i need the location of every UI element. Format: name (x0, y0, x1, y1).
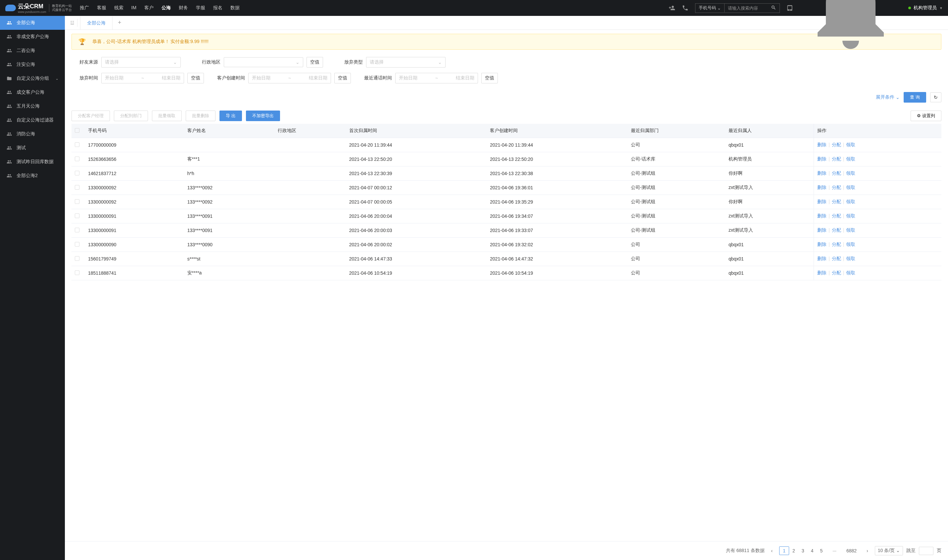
sidebar-item[interactable]: 成交客户公海 (0, 85, 65, 99)
assign-link[interactable]: 分配 (832, 256, 841, 261)
next-page-icon[interactable]: › (863, 547, 871, 555)
nav-item[interactable]: 客服 (97, 4, 106, 12)
assign-link[interactable]: 分配 (832, 228, 841, 233)
empty-value-button[interactable]: 空值 (306, 57, 323, 68)
claim-link[interactable]: 领取 (846, 213, 855, 218)
row-checkbox[interactable] (75, 185, 80, 190)
sidebar-item[interactable]: 全部公海 (0, 16, 65, 30)
row-checkbox[interactable] (75, 242, 80, 246)
assign-link[interactable]: 分配 (832, 242, 841, 247)
delete-link[interactable]: 删除 (817, 171, 826, 176)
search-input[interactable] (725, 4, 768, 12)
tabs-toggle-icon[interactable]: ☳ (68, 19, 77, 27)
assign-link[interactable]: 分配 (832, 156, 841, 162)
sidebar-item[interactable]: 测试 (0, 141, 65, 155)
delete-link[interactable]: 删除 (817, 199, 826, 204)
row-checkbox[interactable] (75, 271, 80, 275)
prev-page-icon[interactable]: ‹ (768, 547, 776, 555)
row-checkbox[interactable] (75, 142, 80, 147)
nav-item[interactable]: IM (131, 4, 137, 12)
sidebar-item[interactable]: 消防公海 (0, 127, 65, 141)
user-plus-icon[interactable] (669, 5, 675, 11)
assign-link[interactable]: 分配 (832, 213, 841, 218)
nav-item[interactable]: 数据 (230, 4, 240, 12)
page-number[interactable]: 4 (808, 547, 817, 555)
assign-link[interactable]: 分配 (832, 185, 841, 190)
sidebar-item[interactable]: 测试昨日回库数据 (0, 155, 65, 169)
sidebar-item[interactable]: 二咨公海 (0, 44, 65, 58)
user-menu[interactable]: 机构管理员 ▼ (908, 5, 943, 11)
row-checkbox[interactable] (75, 256, 80, 261)
export-plain-button[interactable]: 不加密导出 (246, 111, 280, 121)
last-page[interactable]: 6882 (843, 547, 860, 555)
export-button[interactable]: 导 出 (220, 111, 242, 121)
phone-icon[interactable] (682, 5, 688, 11)
assign-link[interactable]: 分配 (832, 270, 841, 275)
empty-value-button[interactable]: 空值 (481, 73, 498, 83)
claim-link[interactable]: 领取 (846, 256, 855, 261)
sidebar-item[interactable]: 五月天公海 (0, 99, 65, 113)
tab-add-icon[interactable]: + (112, 16, 127, 29)
delete-link[interactable]: 删除 (817, 228, 826, 233)
set-columns-button[interactable]: ⚙ 设置列 (911, 111, 941, 121)
notification-bell[interactable]: 99+ (801, 0, 900, 58)
page-number[interactable]: 5 (817, 547, 826, 555)
page-number[interactable]: 2 (789, 547, 799, 555)
row-checkbox[interactable] (75, 157, 80, 161)
nav-item[interactable]: 推广 (80, 4, 89, 12)
page-size-select[interactable]: 10 条/页 ⌄ (875, 546, 903, 555)
delete-link[interactable]: 删除 (817, 142, 826, 147)
row-checkbox[interactable] (75, 171, 80, 175)
empty-value-button[interactable]: 空值 (334, 73, 351, 83)
row-checkbox[interactable] (75, 228, 80, 232)
batch-claim-button[interactable]: 批量领取 (152, 111, 182, 121)
filter-select[interactable]: 请选择⌄ (101, 57, 181, 68)
search-type-select[interactable]: 手机号码 ⌄ (696, 4, 725, 12)
query-button[interactable]: 查 询 (903, 92, 926, 103)
tablet-icon[interactable] (786, 5, 793, 11)
nav-item[interactable]: 公海 (162, 4, 171, 12)
claim-link[interactable]: 领取 (846, 270, 855, 275)
page-ellipsis[interactable]: ··· (829, 547, 840, 555)
filter-select[interactable]: ⌄ (224, 57, 303, 67)
filter-daterange[interactable]: 开始日期~结束日期 (101, 73, 184, 83)
select-all-checkbox[interactable] (75, 128, 80, 133)
sidebar-item[interactable]: 注安公海 (0, 58, 65, 71)
sidebar-item[interactable]: 自定义公海过滤器 (0, 113, 65, 127)
claim-link[interactable]: 领取 (846, 185, 855, 190)
delete-link[interactable]: 删除 (817, 185, 826, 190)
tab-all-public-sea[interactable]: 全部公海 (80, 16, 112, 29)
claim-link[interactable]: 领取 (846, 156, 855, 162)
claim-link[interactable]: 领取 (846, 171, 855, 176)
sidebar-item[interactable]: 非成交客户公海 (0, 30, 65, 44)
nav-item[interactable]: 报名 (213, 4, 222, 12)
row-checkbox[interactable] (75, 199, 80, 204)
sidebar-item[interactable]: 全部公海2 (0, 169, 65, 183)
claim-link[interactable]: 领取 (846, 142, 855, 147)
assign-link[interactable]: 分配 (832, 171, 841, 176)
sidebar-item[interactable]: 自定义公海分组⌄ (0, 71, 65, 85)
nav-item[interactable]: 学服 (196, 4, 205, 12)
page-number[interactable]: 1 (779, 546, 789, 555)
nav-item[interactable]: 线索 (114, 4, 123, 12)
jump-page-input[interactable] (919, 547, 933, 555)
filter-daterange[interactable]: 开始日期~结束日期 (248, 73, 331, 83)
delete-link[interactable]: 删除 (817, 156, 826, 162)
assign-link[interactable]: 分配 (832, 142, 841, 147)
assign-link[interactable]: 分配 (832, 199, 841, 204)
expand-filters-link[interactable]: 展开条件 ⌄ (876, 94, 900, 100)
assign-manager-button[interactable]: 分配客户经理 (71, 111, 110, 121)
logo[interactable]: 云朵CRM www.yunduocrm.com 教育机构一站 式服务云平台 (5, 2, 72, 14)
search-icon[interactable] (768, 4, 780, 12)
empty-value-button[interactable]: 空值 (187, 73, 204, 83)
delete-link[interactable]: 删除 (817, 213, 826, 218)
filter-select[interactable]: 请选择⌄ (366, 57, 446, 68)
nav-item[interactable]: 财务 (179, 4, 188, 12)
page-number[interactable]: 3 (799, 547, 808, 555)
filter-daterange[interactable]: 开始日期~结束日期 (395, 73, 478, 83)
nav-item[interactable]: 客户 (144, 4, 154, 12)
row-checkbox[interactable] (75, 214, 80, 218)
claim-link[interactable]: 领取 (846, 228, 855, 233)
refresh-icon[interactable]: ↻ (930, 92, 941, 102)
claim-link[interactable]: 领取 (846, 242, 855, 247)
